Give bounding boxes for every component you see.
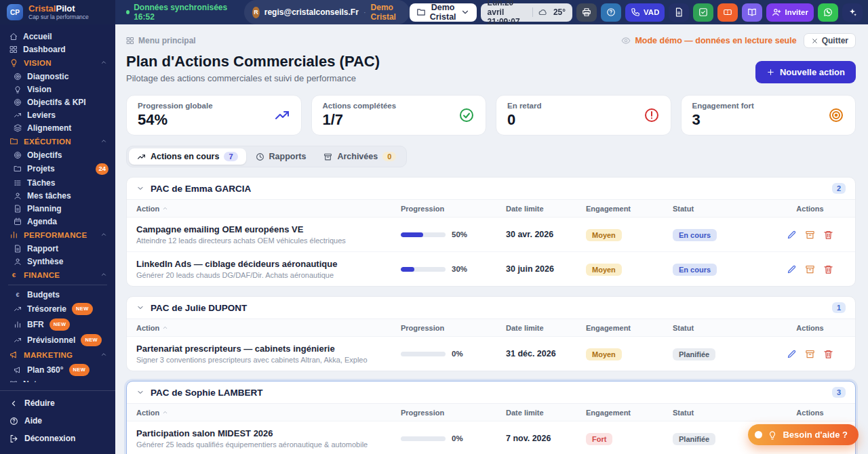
- delete-button[interactable]: [823, 349, 833, 359]
- sidebar-item-vision[interactable]: Vision: [0, 83, 115, 96]
- sidebar-item-plan-360[interactable]: Plan 360°NEW: [0, 362, 115, 377]
- topbar-tasks-button[interactable]: [693, 3, 713, 22]
- topbar-invite-button[interactable]: Inviter: [766, 3, 814, 22]
- tab-rapports[interactable]: Rapports: [248, 148, 315, 165]
- new-badge: NEW: [50, 318, 71, 331]
- sidebar-item-bfr[interactable]: BFRNEW: [0, 316, 115, 332]
- folder-icon: [9, 137, 18, 146]
- target-icon: [828, 107, 844, 123]
- delete-button[interactable]: [823, 264, 833, 274]
- company-selector[interactable]: Demo Cristal: [410, 3, 477, 22]
- sidebar-item-objectifs[interactable]: Objectifs: [0, 148, 115, 161]
- trend-icon: [274, 107, 290, 123]
- stat-label: Engagement fort: [692, 102, 754, 110]
- topbar-vad-button[interactable]: VAD: [625, 3, 665, 22]
- chevron-up-icon: [100, 138, 107, 146]
- column-header-date-limite: Date limite: [506, 324, 586, 332]
- logout-icon: [9, 434, 18, 443]
- sidebar-item-accueil[interactable]: Accueil: [0, 30, 115, 43]
- megaphone-icon: [9, 350, 18, 359]
- edit-button[interactable]: [787, 349, 797, 359]
- tab-archivees[interactable]: Archivées0: [315, 148, 404, 165]
- trend-icon: [14, 305, 22, 313]
- status-badge: Planifiée: [673, 433, 715, 445]
- new-badge: NEW: [81, 334, 102, 346]
- new-action-button[interactable]: Nouvelle action: [755, 61, 856, 83]
- topbar-ai-button[interactable]: [842, 3, 863, 22]
- sidebar-item-notes[interactable]: Notes: [0, 377, 115, 382]
- sidebar-section-vision[interactable]: VISION: [0, 56, 115, 70]
- delete-button[interactable]: [823, 230, 833, 240]
- folder-icon: [416, 7, 426, 17]
- sidebar-item-previsionnel[interactable]: PrévisionnelNEW: [0, 332, 115, 348]
- sidebar-item-diagnostic[interactable]: Diagnostic: [0, 70, 115, 83]
- sidebar-item-alignement[interactable]: Alignement: [0, 121, 115, 134]
- sidebar-item-projets[interactable]: Projets24: [0, 161, 115, 176]
- tab-badge: 7: [224, 152, 237, 161]
- group-count-badge: 2: [832, 183, 846, 194]
- edit-button[interactable]: [787, 230, 797, 240]
- sort-asc-icon: [162, 325, 168, 331]
- tab-actions-en-cours[interactable]: Actions en cours7: [129, 148, 246, 165]
- sidebar-item-objectifs-kpi[interactable]: Objectifs & KPI: [0, 96, 115, 108]
- column-header-statut: Statut: [673, 205, 774, 213]
- sidebar-footer-deconnexion[interactable]: Déconnexion: [0, 430, 115, 447]
- sidebar-section-finance[interactable]: €FINANCE: [0, 268, 115, 282]
- action-title: LinkedIn Ads — ciblage décideurs aéronau…: [136, 259, 401, 269]
- topbar-whatsapp-button[interactable]: [818, 3, 838, 22]
- column-header-action[interactable]: Action: [136, 324, 401, 332]
- edit-button[interactable]: [787, 264, 797, 274]
- topbar-guide-button[interactable]: [742, 3, 762, 22]
- topbar-help-button[interactable]: [601, 3, 621, 22]
- sidebar-item-synthese[interactable]: Synthèse: [0, 255, 115, 268]
- column-header-action[interactable]: Action: [136, 409, 401, 417]
- engagement-badge: Moyen: [586, 229, 622, 241]
- topbar-document-button[interactable]: [669, 3, 689, 22]
- help-button[interactable]: Besoin d'aide ?: [748, 424, 859, 445]
- sidebar-section-execution[interactable]: EXÉCUTION: [0, 134, 115, 148]
- breadcrumb[interactable]: Menu principal: [126, 36, 196, 45]
- sidebar-item-mes-taches[interactable]: Mes tâches: [0, 189, 115, 202]
- sort-asc-icon: [162, 409, 168, 415]
- quit-demo-button[interactable]: Quitter: [804, 33, 856, 48]
- sidebar-item-tresorerie[interactable]: TrésorerieNEW: [0, 301, 115, 316]
- action-subtitle: Générer 20 leads chauds DG/DAF/Dir. Acha…: [136, 271, 401, 279]
- action-row: Participation salon MIDEST 2026Générer 2…: [127, 421, 855, 454]
- user-chip[interactable]: R regis@cristalconseils.Fr · Demo Crista…: [244, 0, 409, 24]
- sidebar-item-budgets[interactable]: €Budgets: [0, 288, 115, 301]
- chart-icon: [9, 230, 18, 239]
- group-count-badge: 3: [832, 387, 846, 398]
- group-header[interactable]: PAC de Emma GARCIA2: [127, 178, 855, 200]
- euro-icon: €: [14, 291, 22, 299]
- group-header[interactable]: PAC de Sophie LAMBERT3: [127, 381, 855, 404]
- user-email: regis@cristalconseils.Fr: [264, 7, 359, 17]
- progress-bar: [401, 352, 446, 356]
- sidebar-item-taches[interactable]: Tâches: [0, 176, 115, 189]
- progress-bar: [401, 267, 446, 272]
- topbar-printer-button[interactable]: [576, 3, 597, 22]
- sidebar-item-dashboard[interactable]: Dashboard: [0, 43, 115, 56]
- sidebar-item-agenda[interactable]: Agenda: [0, 215, 115, 228]
- archive-button[interactable]: [805, 230, 815, 240]
- sidebar-item-planning[interactable]: Planning: [0, 202, 115, 215]
- sync-status: Données synchronisées 16:52: [126, 3, 233, 22]
- sidebar-footer-reduire[interactable]: Réduire: [0, 394, 115, 412]
- user-icon: [14, 257, 22, 266]
- column-header-statut: Statut: [673, 324, 774, 332]
- sidebar-item-leviers[interactable]: Leviers: [0, 108, 115, 121]
- group-header[interactable]: PAC de Julie DUPONT1: [127, 297, 855, 319]
- sidebar-section-marketing[interactable]: MARKETING: [0, 348, 115, 362]
- close-icon: [811, 37, 818, 45]
- lightbulb-icon: [768, 430, 777, 440]
- help-circle-icon: [606, 7, 616, 17]
- sidebar-footer-aide[interactable]: Aide: [0, 412, 115, 430]
- column-header-statut: Statut: [673, 409, 774, 417]
- deadline: 30 avr. 2026: [506, 230, 586, 239]
- sidebar-item-rapport[interactable]: Rapport: [0, 242, 115, 255]
- sidebar-section-performance[interactable]: PERFORMANCE: [0, 228, 115, 242]
- column-header-action[interactable]: Action: [136, 205, 401, 213]
- bulb-icon: [9, 58, 18, 67]
- topbar-ticket-button[interactable]: [717, 3, 738, 22]
- archive-button[interactable]: [805, 264, 815, 274]
- archive-button[interactable]: [805, 349, 815, 359]
